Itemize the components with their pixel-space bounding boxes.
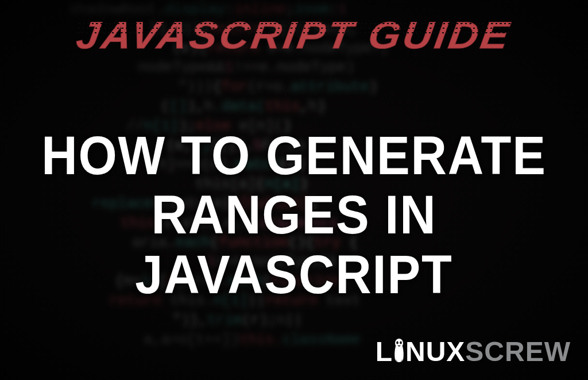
svg-point-3 (396, 347, 402, 359)
guide-subtitle: JAVASCRIPT GUIDE (74, 16, 514, 54)
site-logo: L NUX SCREW (376, 336, 571, 367)
svg-point-1 (396, 341, 399, 344)
main-title: HOW TO GENERATE RANGES IN JAVASCRIPT (0, 126, 588, 304)
svg-point-2 (400, 341, 402, 344)
logo-word-linux: L NUX (376, 336, 466, 367)
logo-word-screw: SCREW (465, 336, 571, 367)
main-title-line1: HOW TO GENERATE (24, 126, 564, 185)
main-title-line2: RANGES IN JAVASCRIPT (24, 185, 564, 304)
banner-content: JAVASCRIPT GUIDE HOW TO GENERATE RANGES … (0, 0, 588, 380)
tux-icon (392, 338, 407, 363)
